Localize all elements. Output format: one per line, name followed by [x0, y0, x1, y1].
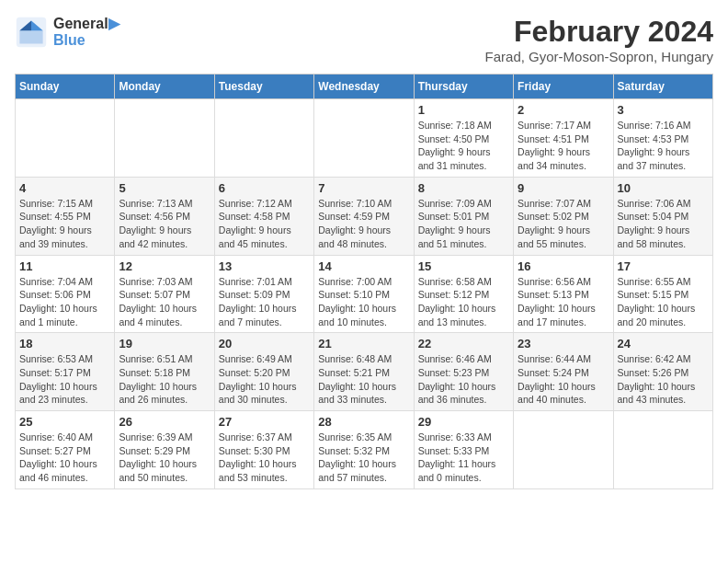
- calendar-day-cell: 5Sunrise: 7:13 AM Sunset: 4:56 PM Daylig…: [115, 177, 214, 255]
- calendar-header-row: SundayMondayTuesdayWednesdayThursdayFrid…: [16, 75, 713, 99]
- day-detail: Sunrise: 6:48 AM Sunset: 5:21 PM Dayligh…: [318, 352, 409, 407]
- calendar-day-cell: 9Sunrise: 7:07 AM Sunset: 5:02 PM Daylig…: [514, 177, 613, 255]
- day-detail: Sunrise: 7:09 AM Sunset: 5:01 PM Dayligh…: [418, 197, 509, 251]
- calendar-weekday-header: Monday: [115, 75, 214, 99]
- calendar-table: SundayMondayTuesdayWednesdayThursdayFrid…: [15, 74, 713, 489]
- day-number: 10: [618, 181, 709, 195]
- calendar-day-cell: 15Sunrise: 6:58 AM Sunset: 5:12 PM Dayli…: [414, 255, 513, 333]
- calendar-day-cell: [115, 99, 214, 178]
- calendar-day-cell: 23Sunrise: 6:44 AM Sunset: 5:24 PM Dayli…: [514, 333, 613, 411]
- calendar-day-cell: 22Sunrise: 6:46 AM Sunset: 5:23 PM Dayli…: [414, 333, 513, 411]
- day-detail: Sunrise: 6:37 AM Sunset: 5:30 PM Dayligh…: [219, 431, 310, 485]
- day-detail: Sunrise: 7:16 AM Sunset: 4:53 PM Dayligh…: [618, 119, 709, 173]
- day-detail: Sunrise: 6:58 AM Sunset: 5:12 PM Dayligh…: [418, 275, 509, 329]
- day-number: 24: [618, 337, 709, 350]
- calendar-weekday-header: Saturday: [613, 75, 712, 99]
- day-detail: Sunrise: 6:51 AM Sunset: 5:18 PM Dayligh…: [119, 352, 210, 407]
- calendar-weekday-header: Friday: [514, 75, 613, 99]
- day-detail: Sunrise: 6:49 AM Sunset: 5:20 PM Dayligh…: [219, 352, 310, 407]
- calendar-day-cell: [314, 99, 414, 178]
- calendar-day-cell: 2Sunrise: 7:17 AM Sunset: 4:51 PM Daylig…: [514, 99, 613, 178]
- day-detail: Sunrise: 7:15 AM Sunset: 4:55 PM Dayligh…: [19, 197, 110, 251]
- calendar-day-cell: 21Sunrise: 6:48 AM Sunset: 5:21 PM Dayli…: [314, 333, 414, 411]
- calendar-day-cell: [16, 99, 115, 178]
- day-detail: Sunrise: 6:39 AM Sunset: 5:29 PM Dayligh…: [119, 431, 210, 485]
- calendar-day-cell: 19Sunrise: 6:51 AM Sunset: 5:18 PM Dayli…: [115, 333, 214, 411]
- calendar-day-cell: 24Sunrise: 6:42 AM Sunset: 5:26 PM Dayli…: [613, 333, 712, 411]
- day-detail: Sunrise: 7:13 AM Sunset: 4:56 PM Dayligh…: [119, 197, 210, 251]
- calendar-week-row: 4Sunrise: 7:15 AM Sunset: 4:55 PM Daylig…: [16, 177, 713, 255]
- calendar-week-row: 25Sunrise: 6:40 AM Sunset: 5:27 PM Dayli…: [16, 411, 713, 489]
- day-number: 29: [418, 415, 509, 429]
- day-detail: Sunrise: 6:33 AM Sunset: 5:33 PM Dayligh…: [418, 431, 509, 485]
- calendar-day-cell: [214, 99, 313, 178]
- title-area: February 2024 Farad, Gyor-Moson-Sopron, …: [485, 15, 713, 64]
- day-number: 5: [119, 181, 210, 195]
- calendar-week-row: 11Sunrise: 7:04 AM Sunset: 5:06 PM Dayli…: [16, 255, 713, 333]
- calendar-day-cell: 18Sunrise: 6:53 AM Sunset: 5:17 PM Dayli…: [16, 333, 115, 411]
- calendar-weekday-header: Wednesday: [314, 75, 414, 99]
- calendar-day-cell: 17Sunrise: 6:55 AM Sunset: 5:15 PM Dayli…: [613, 255, 712, 333]
- day-number: 21: [318, 337, 409, 350]
- day-detail: Sunrise: 7:00 AM Sunset: 5:10 PM Dayligh…: [318, 275, 409, 329]
- day-detail: Sunrise: 6:46 AM Sunset: 5:23 PM Dayligh…: [418, 352, 509, 407]
- day-detail: Sunrise: 6:55 AM Sunset: 5:15 PM Dayligh…: [618, 275, 709, 329]
- calendar-weekday-header: Tuesday: [214, 75, 313, 99]
- calendar-day-cell: 12Sunrise: 7:03 AM Sunset: 5:07 PM Dayli…: [115, 255, 214, 333]
- day-number: 4: [19, 181, 110, 195]
- day-number: 14: [318, 259, 409, 273]
- day-detail: Sunrise: 7:07 AM Sunset: 5:02 PM Dayligh…: [518, 197, 609, 251]
- day-number: 18: [19, 337, 110, 350]
- day-detail: Sunrise: 7:06 AM Sunset: 5:04 PM Dayligh…: [618, 197, 709, 251]
- logo-text: General▶ Blue: [53, 15, 119, 49]
- day-number: 1: [418, 103, 509, 117]
- day-detail: Sunrise: 6:56 AM Sunset: 5:13 PM Dayligh…: [518, 275, 609, 329]
- calendar-day-cell: 1Sunrise: 7:18 AM Sunset: 4:50 PM Daylig…: [414, 99, 513, 178]
- day-number: 15: [418, 259, 509, 273]
- calendar-day-cell: 10Sunrise: 7:06 AM Sunset: 5:04 PM Dayli…: [613, 177, 712, 255]
- calendar-week-row: 1Sunrise: 7:18 AM Sunset: 4:50 PM Daylig…: [16, 99, 713, 178]
- day-number: 25: [19, 415, 110, 429]
- calendar-day-cell: 26Sunrise: 6:39 AM Sunset: 5:29 PM Dayli…: [115, 411, 214, 489]
- calendar-day-cell: 6Sunrise: 7:12 AM Sunset: 4:58 PM Daylig…: [214, 177, 313, 255]
- calendar-day-cell: 25Sunrise: 6:40 AM Sunset: 5:27 PM Dayli…: [16, 411, 115, 489]
- calendar-day-cell: 27Sunrise: 6:37 AM Sunset: 5:30 PM Dayli…: [214, 411, 313, 489]
- location-subtitle: Farad, Gyor-Moson-Sopron, Hungary: [485, 49, 713, 64]
- day-number: 8: [418, 181, 509, 195]
- logo: General▶ Blue: [15, 15, 119, 49]
- day-number: 27: [219, 415, 310, 429]
- day-number: 28: [318, 415, 409, 429]
- day-detail: Sunrise: 6:44 AM Sunset: 5:24 PM Dayligh…: [518, 352, 609, 407]
- day-detail: Sunrise: 6:53 AM Sunset: 5:17 PM Dayligh…: [19, 352, 110, 407]
- calendar-day-cell: [514, 411, 613, 489]
- day-number: 22: [418, 337, 509, 350]
- day-number: 26: [119, 415, 210, 429]
- calendar-week-row: 18Sunrise: 6:53 AM Sunset: 5:17 PM Dayli…: [16, 333, 713, 411]
- day-detail: Sunrise: 7:12 AM Sunset: 4:58 PM Dayligh…: [219, 197, 310, 251]
- calendar-day-cell: 16Sunrise: 6:56 AM Sunset: 5:13 PM Dayli…: [514, 255, 613, 333]
- day-detail: Sunrise: 6:40 AM Sunset: 5:27 PM Dayligh…: [19, 431, 110, 485]
- day-number: 13: [219, 259, 310, 273]
- calendar-day-cell: 4Sunrise: 7:15 AM Sunset: 4:55 PM Daylig…: [16, 177, 115, 255]
- logo-icon: [15, 16, 48, 49]
- calendar-day-cell: 13Sunrise: 7:01 AM Sunset: 5:09 PM Dayli…: [214, 255, 313, 333]
- day-number: 3: [618, 103, 709, 117]
- day-number: 17: [618, 259, 709, 273]
- calendar-weekday-header: Sunday: [16, 75, 115, 99]
- calendar-day-cell: 3Sunrise: 7:16 AM Sunset: 4:53 PM Daylig…: [613, 99, 712, 178]
- calendar-day-cell: 20Sunrise: 6:49 AM Sunset: 5:20 PM Dayli…: [214, 333, 313, 411]
- day-number: 19: [119, 337, 210, 350]
- day-number: 12: [119, 259, 210, 273]
- day-detail: Sunrise: 7:10 AM Sunset: 4:59 PM Dayligh…: [318, 197, 409, 251]
- day-number: 16: [518, 259, 609, 273]
- day-number: 6: [219, 181, 310, 195]
- day-detail: Sunrise: 6:42 AM Sunset: 5:26 PM Dayligh…: [618, 352, 709, 407]
- day-number: 23: [518, 337, 609, 350]
- day-detail: Sunrise: 7:03 AM Sunset: 5:07 PM Dayligh…: [119, 275, 210, 329]
- calendar-day-cell: [613, 411, 712, 489]
- day-detail: Sunrise: 6:35 AM Sunset: 5:32 PM Dayligh…: [318, 431, 409, 485]
- day-detail: Sunrise: 7:18 AM Sunset: 4:50 PM Dayligh…: [418, 119, 509, 173]
- calendar-day-cell: 29Sunrise: 6:33 AM Sunset: 5:33 PM Dayli…: [414, 411, 513, 489]
- day-number: 11: [19, 259, 110, 273]
- calendar-day-cell: 7Sunrise: 7:10 AM Sunset: 4:59 PM Daylig…: [314, 177, 414, 255]
